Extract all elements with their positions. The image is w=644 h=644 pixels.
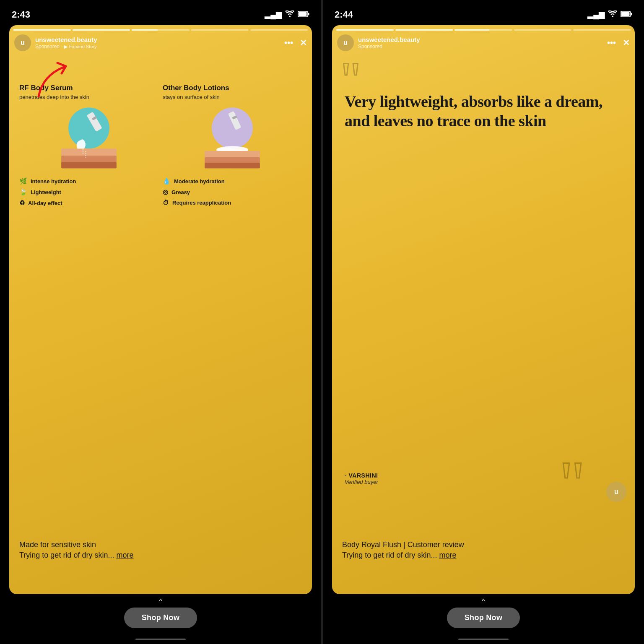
- comparison-col-right: Other Body Lotions stays on surface of s…: [163, 84, 302, 207]
- story-content-ad2: " Very lightweight, absorbs like a dream…: [332, 25, 635, 594]
- avatar-bottom-right: u: [606, 482, 626, 502]
- story-username-1: unsweetened.beauty: [35, 36, 97, 44]
- home-indicator-1: [0, 635, 321, 644]
- review-quote-text: Very lightweight, absorbs like a dream, …: [345, 93, 602, 130]
- battery-icon-2: [621, 10, 632, 19]
- avatar-1: u: [14, 34, 31, 51]
- feature-text: Lightweight: [31, 189, 61, 195]
- battery-icon-1: [298, 10, 309, 19]
- signal-icon-2: ▂▄▆: [587, 10, 605, 19]
- feature-icon: 🍃: [19, 188, 27, 196]
- story-header-1: u unsweetened.beauty Sponsored · ▶ Expan…: [14, 34, 307, 51]
- signal-icon-1: ▂▄▆: [265, 10, 282, 19]
- red-arrow-icon: [30, 59, 85, 105]
- feature-text: Greasy: [171, 189, 190, 195]
- status-bar-1: 2:43 ▂▄▆: [0, 0, 321, 25]
- swipe-up-icon-2: ^: [482, 598, 485, 605]
- feature-icon: ♻: [19, 199, 25, 207]
- home-indicator-2: [323, 635, 644, 644]
- feature-text: Intense hydration: [31, 178, 76, 184]
- feature-text: Requires reapplication: [172, 200, 231, 206]
- shop-now-button-2[interactable]: Shop Now: [447, 608, 520, 628]
- progress-bars-2: [336, 29, 631, 31]
- sponsored-label-2: Sponsored: [358, 44, 382, 49]
- left-features-list: 🌿 Intense hydration 🍃 Lightweight ♻ All-…: [19, 177, 158, 207]
- story-content-ad1: RF Body Serum penetrates deep into the s…: [9, 25, 312, 594]
- story-screen-2: u unsweetened.beauty Sponsored ••• ✕: [323, 25, 644, 594]
- story-meta-1: Sponsored · ▶ Expand Story: [35, 44, 97, 49]
- sponsored-label-1: Sponsored: [35, 44, 60, 49]
- shop-now-area-1: ^ Shop Now: [0, 594, 321, 635]
- home-bar-1: [135, 639, 186, 640]
- right-col-subtitle: stays on surface of skin: [163, 94, 302, 100]
- svg-rect-1: [299, 12, 307, 16]
- dots-menu-2[interactable]: •••: [607, 39, 616, 47]
- serum-illustration-left: [19, 104, 158, 171]
- right-col-title: Other Body Lotions: [163, 84, 302, 92]
- story-card-2: u unsweetened.beauty Sponsored ••• ✕: [332, 25, 635, 594]
- status-icons-2: ▂▄▆: [587, 10, 632, 19]
- product-label: Body Royal Flush | Customer review: [342, 540, 464, 549]
- caption-text-1: Made for sensitive skinTrying to get rid…: [19, 540, 116, 559]
- progress-bars-1: [13, 29, 308, 31]
- status-bar-2: 2:44 ▂▄▆: [323, 0, 644, 25]
- wifi-icon-2: [608, 10, 617, 19]
- feature-item: 💧 Moderate hydration: [163, 177, 302, 185]
- svg-rect-19: [621, 12, 630, 16]
- reviewer-title: Verified buyer: [345, 479, 378, 485]
- swipe-up-icon-1: ^: [159, 598, 162, 605]
- feature-text: All-day effect: [28, 200, 62, 206]
- story-header-right-1: ••• ✕: [284, 39, 307, 47]
- shop-now-button-1[interactable]: Shop Now: [124, 608, 197, 628]
- phone-2: 2:44 ▂▄▆: [323, 0, 644, 644]
- caption-text-2: Trying to get rid of dry skin...: [342, 551, 439, 559]
- review-text: Very lightweight, absorbs like a dream, …: [345, 92, 622, 130]
- story-header-right-2: ••• ✕: [607, 39, 630, 47]
- feature-item: ♻ All-day effect: [19, 199, 158, 207]
- feature-icon: 💧: [163, 177, 171, 185]
- dots-menu-1[interactable]: •••: [284, 39, 293, 47]
- time-1: 2:43: [12, 9, 30, 20]
- story-user-info-1: unsweetened.beauty Sponsored · ▶ Expand …: [35, 36, 97, 49]
- caption-more-2[interactable]: more: [439, 551, 456, 559]
- svg-rect-2: [308, 13, 309, 15]
- home-bar-2: [458, 639, 509, 640]
- expand-story-1[interactable]: ▶ Expand Story: [64, 44, 96, 49]
- reviewer-name: - VARSHINI: [345, 472, 378, 479]
- reviewer-info: - VARSHINI Verified buyer: [345, 472, 378, 485]
- avatar-2: u: [337, 34, 354, 51]
- phone-1: 2:43 ▂▄▆: [0, 0, 321, 644]
- right-features-list: 💧 Moderate hydration ◎ Greasy ⏱ Requires…: [163, 177, 302, 206]
- close-btn-2[interactable]: ✕: [623, 39, 630, 47]
- story-header-left-2: u unsweetened.beauty Sponsored: [337, 34, 420, 51]
- close-btn-1[interactable]: ✕: [300, 39, 307, 47]
- time-2: 2:44: [335, 9, 353, 20]
- story-meta-2: Sponsored: [358, 44, 420, 49]
- feature-item: 🌿 Intense hydration: [19, 177, 158, 185]
- story-caption-2: Body Royal Flush | Customer review Tryin…: [342, 540, 625, 561]
- story-caption-1: Made for sensitive skinTrying to get rid…: [19, 540, 302, 561]
- svg-rect-20: [631, 13, 632, 15]
- svg-text:": ": [559, 458, 585, 509]
- wifi-icon-1: [285, 10, 294, 19]
- story-header-2: u unsweetened.beauty Sponsored ••• ✕: [337, 34, 630, 51]
- feature-item: ◎ Greasy: [163, 188, 302, 196]
- story-username-2: unsweetened.beauty: [358, 36, 420, 44]
- feature-item: ⏱ Requires reapplication: [163, 199, 302, 206]
- feature-icon: ⏱: [163, 199, 169, 206]
- svg-point-3: [68, 108, 109, 149]
- caption-more-1[interactable]: more: [116, 551, 133, 559]
- feature-icon: 🌿: [19, 177, 27, 185]
- shop-now-area-2: ^ Shop Now: [323, 594, 644, 635]
- feature-icon: ◎: [163, 188, 168, 196]
- status-icons-1: ▂▄▆: [265, 10, 309, 19]
- svg-rect-17: [205, 163, 260, 169]
- feature-item: 🍃 Lightweight: [19, 188, 158, 196]
- story-header-left-1: u unsweetened.beauty Sponsored · ▶ Expan…: [14, 34, 97, 51]
- feature-text: Moderate hydration: [174, 178, 225, 184]
- serum-illustration-right: [163, 104, 302, 171]
- story-screen-1: u unsweetened.beauty Sponsored · ▶ Expan…: [0, 25, 321, 594]
- story-user-info-2: unsweetened.beauty Sponsored: [358, 36, 420, 49]
- story-card-1: u unsweetened.beauty Sponsored · ▶ Expan…: [9, 25, 312, 594]
- svg-rect-8: [61, 162, 117, 169]
